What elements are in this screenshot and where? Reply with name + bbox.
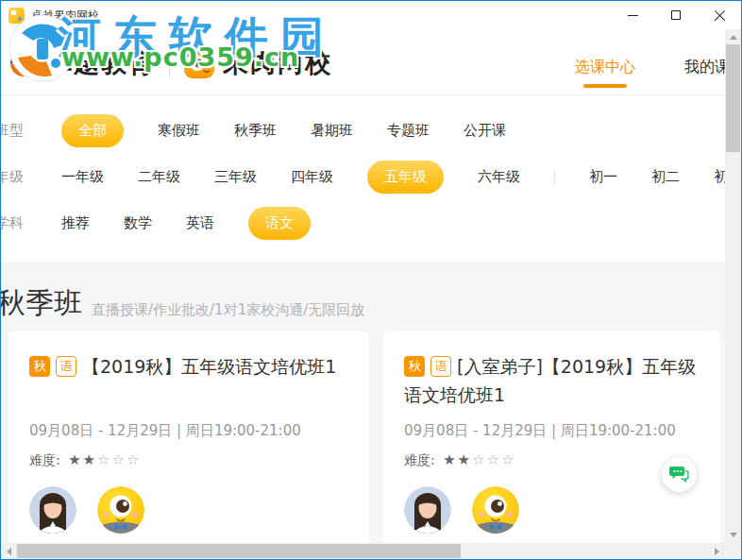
filter-option[interactable]: 初三 [714, 161, 725, 194]
scroll-left-icon[interactable] [7, 548, 11, 555]
nav-item-course-center[interactable]: 选课中心 [575, 58, 635, 77]
filter-option[interactable]: 一年级 [61, 161, 104, 194]
filter-option[interactable]: 公开课 [464, 114, 506, 147]
mascot-avatar[interactable] [472, 486, 519, 534]
app-window: 卓越果肉网校 卓越教育 [0, 0, 742, 560]
filter-option[interactable]: 三年级 [214, 161, 257, 194]
filter-option[interactable]: 六年级 [478, 161, 520, 194]
window-controls [611, 1, 741, 29]
main-content: 卓越教育 果肉网校 选课 [1, 29, 725, 543]
course-card[interactable]: 秋语[入室弟子]【2019秋】五年级语文培优班109月08日 - 12月29日 … [383, 331, 720, 543]
course-teachers [29, 486, 144, 534]
difficulty-label: 难度: [29, 452, 64, 467]
horizontal-scrollbar[interactable] [1, 543, 725, 559]
difficulty-stars: ★★☆☆☆ [68, 451, 141, 468]
course-difficulty: 难度: ★★☆☆☆ [404, 451, 515, 469]
nav-item-my-courses[interactable]: 我的课程 [684, 58, 725, 77]
course-cards: 秋语【2019秋】五年级语文培优班109月08日 - 12月29日 | 周日19… [1, 331, 725, 543]
close-icon [714, 9, 726, 22]
filter-options: 一年级二年级三年级四年级五年级六年级初一初二初三 [61, 161, 725, 194]
header-nav: 选课中心我的课程 [575, 58, 725, 77]
filter-label: 学科 [1, 214, 24, 232]
minimize-icon [628, 15, 638, 16]
course-badge: 语 [430, 356, 451, 377]
maximize-button[interactable] [654, 1, 698, 29]
section-autumn: 秋季班 直播授课/作业批改/1对1家校沟通/无限回放 秋语【2019秋】五年级语… [1, 262, 725, 543]
filter-option[interactable]: 专题班 [387, 114, 430, 147]
chat-icon [669, 466, 689, 484]
course-teachers [404, 486, 519, 534]
filter-option[interactable]: 初一 [589, 161, 617, 194]
difficulty-label: 难度: [404, 452, 439, 467]
vertical-scroll-thumb[interactable] [726, 44, 740, 152]
section-subtitle: 直播授课/作业批改/1对1家校沟通/无限回放 [92, 301, 364, 319]
close-button[interactable] [698, 1, 741, 29]
filter-row: 班型全部寒假班秋季班暑期班专题班公开课 [1, 108, 725, 154]
scroll-up-icon[interactable] [730, 35, 737, 40]
filter-option[interactable]: 初二 [651, 161, 680, 194]
filter-option[interactable]: 二年级 [138, 161, 180, 194]
filter-option[interactable]: 四年级 [291, 161, 333, 194]
title-bar[interactable]: 卓越果肉网校 [1, 1, 741, 29]
filter-option[interactable]: 推荐 [61, 207, 90, 240]
guorou-mascot-icon [183, 47, 215, 79]
brand-text-zhuoyue: 卓越教育 [46, 46, 156, 80]
options-divider [554, 170, 555, 185]
teacher-avatar[interactable] [404, 486, 451, 534]
course-badge: 语 [56, 356, 76, 377]
filter-option[interactable]: 寒假班 [158, 114, 200, 147]
filter-option[interactable]: 秋季班 [234, 114, 277, 147]
filter-options: 推荐数学英语语文 [61, 207, 311, 240]
brand-row: 卓越教育 果肉网校 [8, 46, 332, 80]
course-badge: 秋 [29, 356, 50, 377]
minimize-button[interactable] [611, 1, 654, 29]
filter-label: 班型 [1, 122, 24, 140]
window-title: 卓越果肉网校 [31, 8, 99, 24]
brand-text-guorou: 果肉网校 [223, 46, 332, 80]
scroll-down-icon[interactable] [730, 533, 737, 537]
teacher-avatar[interactable] [29, 486, 76, 534]
course-card[interactable]: 秋语【2019秋】五年级语文培优班109月08日 - 12月29日 | 周日19… [8, 331, 369, 543]
mascot-avatar[interactable] [97, 486, 144, 534]
scroll-right-icon[interactable] [715, 548, 719, 555]
course-schedule: 09月08日 - 12月29日 | 周日19:00-21:00 [404, 422, 676, 440]
filter-label: 年级 [1, 168, 24, 186]
brand-divider [169, 50, 170, 76]
chat-float-button[interactable] [662, 457, 697, 492]
filter-options: 全部寒假班秋季班暑期班专题班公开课 [61, 114, 506, 147]
filter-option[interactable]: 全部 [61, 114, 124, 147]
section-title: 秋季班 [1, 284, 82, 323]
site-header: 卓越教育 果肉网校 选课 [1, 29, 725, 95]
course-title: 秋语[入室弟子]【2019秋】五年级语文培优班1 [404, 352, 703, 409]
filter-option[interactable]: 数学 [124, 207, 152, 240]
filters: 班型全部寒假班秋季班暑期班专题班公开课年级一年级二年级三年级四年级五年级六年级初… [1, 95, 725, 246]
filter-option[interactable]: 暑期班 [311, 114, 353, 147]
filter-option[interactable]: 英语 [186, 207, 214, 240]
course-schedule: 09月08日 - 12月29日 | 周日19:00-21:00 [29, 422, 301, 440]
horizontal-scroll-thumb[interactable] [17, 544, 461, 558]
filter-row: 年级一年级二年级三年级四年级五年级六年级初一初二初三 [1, 154, 725, 200]
scrollbar-corner [725, 543, 741, 559]
vertical-scrollbar[interactable] [725, 29, 741, 543]
difficulty-stars: ★★☆☆☆ [443, 451, 515, 468]
maximize-icon [671, 10, 681, 20]
app-icon [8, 8, 25, 24]
filter-option[interactable]: 五年级 [367, 161, 444, 194]
course-badge: 秋 [404, 356, 425, 377]
filter-option[interactable]: 语文 [248, 207, 311, 240]
course-difficulty: 难度: ★★☆☆☆ [29, 451, 141, 469]
section-header: 秋季班 直播授课/作业批改/1对1家校沟通/无限回放 [1, 284, 725, 326]
zhuoyue-pinwheel-icon [8, 48, 39, 78]
filter-row: 学科推荐数学英语语文 [1, 200, 725, 246]
course-title-text: 【2019秋】五年级语文培优班1 [82, 356, 336, 377]
course-title: 秋语【2019秋】五年级语文培优班1 [29, 352, 352, 381]
